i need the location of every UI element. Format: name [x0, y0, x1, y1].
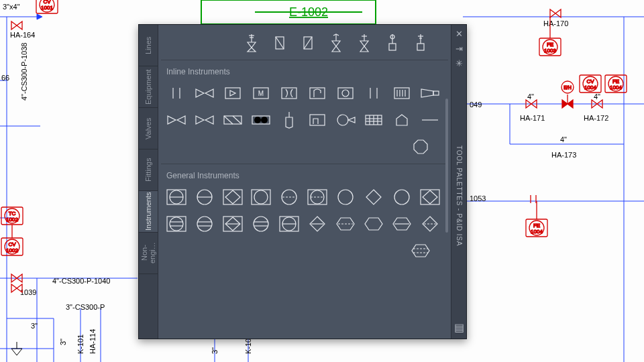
symbol-house[interactable]	[390, 110, 413, 130]
tab-lines[interactable]: Lines	[139, 25, 158, 66]
svg-marker-103	[205, 89, 213, 97]
symbol-gi-10[interactable]	[419, 187, 441, 207]
line-num: 66	[1, 74, 9, 82]
svg-text:CV: CV	[43, 0, 51, 5]
symbol-motor[interactable]: M	[250, 83, 272, 103]
svg-marker-88	[332, 46, 340, 52]
symbol-gi-6[interactable]	[306, 187, 329, 207]
symbol-gi-19[interactable]	[390, 214, 413, 234]
symbol-turbine[interactable]	[334, 83, 357, 103]
svg-point-174	[254, 217, 268, 231]
svg-point-153	[254, 190, 268, 204]
symbol-lens[interactable]	[250, 110, 272, 130]
symbol-actuator-3[interactable]	[297, 33, 319, 53]
tab-valves[interactable]: Valves	[139, 108, 158, 149]
symbol-gi-14[interactable]	[250, 214, 272, 234]
symbol-probe[interactable]	[278, 110, 301, 130]
symbol-cone[interactable]	[419, 83, 441, 103]
svg-marker-131	[286, 117, 292, 128]
line-spec: 4"-CS300-P-1040	[52, 277, 110, 285]
symbol-octagon[interactable]	[409, 137, 432, 157]
svg-marker-121	[168, 116, 176, 124]
symbol-gi-2[interactable]	[193, 187, 216, 207]
symbol-actuator-1[interactable]	[240, 33, 263, 53]
svg-text:CV: CV	[586, 78, 594, 84]
options-icon[interactable]: ✳	[453, 58, 464, 69]
symbol-gi-16[interactable]	[306, 214, 329, 234]
line-num: 1053	[470, 194, 486, 202]
symbol-target[interactable]	[306, 83, 329, 103]
symbol-gi-3[interactable]	[221, 187, 244, 207]
symbol-gi-13[interactable]	[221, 214, 244, 234]
symbol-actuator-5[interactable]	[353, 33, 376, 53]
size-label: 4"	[527, 93, 534, 101]
symbol-gi-12[interactable]	[193, 214, 216, 234]
tool-palette-window[interactable]: Lines Equipment Valves Fittings Instrume…	[138, 24, 467, 339]
svg-text:1002: 1002	[6, 247, 18, 253]
svg-marker-44	[562, 100, 568, 108]
symbol-gi-1[interactable]	[165, 187, 188, 207]
line-tag: HA-114	[89, 329, 97, 354]
properties-icon[interactable]: ▤	[453, 322, 464, 333]
symbol-gi-17[interactable]	[334, 214, 357, 234]
symbol-actuator-4[interactable]	[325, 33, 347, 53]
autohide-icon[interactable]: ⇥	[453, 44, 464, 54]
symbol-orifice[interactable]	[165, 83, 188, 103]
symbol-plate[interactable]	[362, 83, 385, 103]
symbol-pitot[interactable]	[306, 110, 329, 130]
symbol-bowtie-2[interactable]	[193, 110, 216, 130]
symbol-bowtie-3[interactable]	[221, 110, 244, 130]
symbol-flow-arrow[interactable]	[221, 83, 244, 103]
symbol-magnetic[interactable]	[334, 110, 357, 130]
svg-rect-94	[389, 44, 396, 50]
tab-nonengineering[interactable]: Non-engi…	[139, 233, 158, 274]
palette-titlebar[interactable]: ✕ ⇥ ✳ TOOL PALETTES - P&ID ISA ▤	[451, 25, 466, 339]
symbol-butterfly[interactable]	[193, 83, 216, 103]
svg-marker-160	[366, 190, 381, 204]
svg-marker-105	[230, 90, 235, 96]
svg-text:1004: 1004	[610, 84, 622, 90]
close-icon[interactable]: ✕	[453, 29, 464, 40]
svg-rect-97	[417, 44, 424, 50]
svg-marker-151	[225, 190, 240, 204]
svg-line-126	[224, 116, 233, 124]
svg-marker-71	[11, 284, 17, 292]
symbol-gi-8[interactable]	[362, 187, 385, 207]
svg-marker-23	[550, 9, 555, 17]
line-spec: 3"-CS300-P	[66, 303, 105, 311]
tab-equipment[interactable]: Equipment	[139, 66, 158, 108]
symbol-gi-20[interactable]	[419, 214, 441, 234]
symbol-gi-15[interactable]	[278, 214, 301, 234]
symbol-actuator-2[interactable]	[268, 33, 291, 53]
tab-fittings[interactable]: Fittings	[139, 149, 158, 191]
symbol-gi-5[interactable]	[278, 187, 301, 207]
symbol-gi-7[interactable]	[334, 187, 357, 207]
symbol-actuator-7[interactable]	[409, 33, 432, 53]
svg-text:1002: 1002	[6, 217, 18, 223]
symbol-venturi[interactable]	[278, 83, 301, 103]
line-tag: HA-164	[10, 31, 35, 39]
line-spec: 4"-CS300-P-1038	[20, 43, 28, 101]
svg-line-85	[304, 37, 312, 49]
general-row-2	[165, 214, 444, 234]
scrollbar-thumb[interactable]	[445, 99, 448, 233]
svg-marker-135	[348, 117, 355, 123]
line-tag: HA-172	[584, 114, 608, 122]
svg-text:FE: FE	[533, 223, 540, 229]
symbol-gi-4[interactable]	[250, 187, 272, 207]
symbol-gi-21[interactable]	[409, 241, 432, 261]
svg-text:E/H: E/H	[564, 85, 572, 90]
symbol-gi-18[interactable]	[362, 214, 385, 234]
svg-text:FE: FE	[612, 78, 619, 84]
svg-marker-124	[205, 116, 213, 124]
symbol-line[interactable]	[419, 110, 441, 130]
symbol-actuator-6[interactable]	[381, 33, 404, 53]
symbol-bowtie-1[interactable]	[165, 110, 188, 130]
symbol-grid[interactable]	[362, 110, 385, 130]
symbol-gi-11[interactable]	[165, 214, 188, 234]
tab-instruments[interactable]: Instruments	[139, 191, 158, 233]
svg-marker-163	[423, 190, 437, 204]
symbol-coriolis[interactable]	[390, 83, 413, 103]
symbol-gi-9[interactable]	[390, 187, 413, 207]
svg-rect-108	[282, 88, 297, 99]
